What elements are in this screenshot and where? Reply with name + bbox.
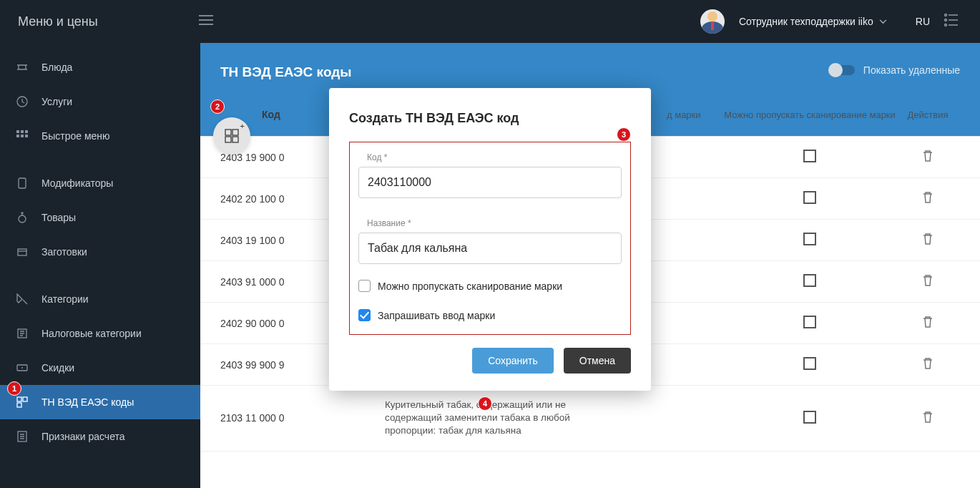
modifiers-icon [16,177,29,190]
svg-rect-20 [17,403,21,407]
user-name: Сотрудник техподдержки iiko [739,16,873,27]
cell-name: Курительный табак, содержащий или не сод… [385,399,631,438]
svg-rect-23 [225,130,231,135]
cell-actions [896,150,960,165]
svg-rect-15 [18,249,26,255]
trash-icon[interactable] [922,411,934,424]
skip-scan-checkbox[interactable] [358,280,371,292]
sidebar-item-modifiers[interactable]: Модификаторы [0,166,200,200]
cell-skip-scan [724,150,896,165]
request-mark-checkbox-row[interactable]: Запрашивать ввод марки [358,309,622,321]
svg-point-0 [945,14,947,16]
skip-scan-checkbox-row[interactable]: Можно пропускать сканирование марки [358,280,622,292]
trash-icon[interactable] [922,316,934,328]
language-selector[interactable]: RU [916,16,930,27]
tax-categories-icon [16,327,29,340]
modal-title: Создать ТН ВЭД ЕАЭС код [349,111,631,126]
sidebar-item-label: Налоговые категории [41,328,142,339]
svg-rect-7 [16,130,19,133]
cancel-button[interactable]: Отмена [564,348,631,374]
sidebar-item-services[interactable]: Услуги [0,84,200,119]
cell-skip-scan [724,357,896,372]
trash-icon[interactable] [922,233,934,245]
save-button[interactable]: Сохранить [472,348,554,374]
chevron-down-icon [879,19,887,24]
cell-actions [896,411,960,426]
cell-skip-scan [724,274,896,289]
sidebar-item-label: Быстрое меню [41,130,110,142]
svg-rect-26 [232,137,238,142]
cell-skip-scan [724,233,896,248]
sidebar-item-label: Модификаторы [41,177,113,189]
sidebar-item-label: Скидки [41,362,74,374]
show-deleted-label: Показать удаленные [863,64,960,76]
apps-icon[interactable] [944,14,959,29]
request-mark-checkbox[interactable] [358,309,371,321]
sidebar-item-dishes[interactable]: Блюда [0,50,200,84]
skip-scan-row-checkbox[interactable] [803,316,816,328]
hamburger-menu-icon[interactable] [199,15,215,28]
table-header-skip-scan: Можно пропускать сканирование марки [724,109,896,120]
plus-icon: + [240,122,245,130]
calc-signs-icon [16,430,29,443]
sidebar-item-blanks[interactable]: Заготовки [0,235,200,269]
trash-icon[interactable] [922,191,934,204]
sidebar-item-tax-categories[interactable]: Налоговые категории [0,316,200,351]
sidebar-item-calc-signs[interactable]: Признаки расчета [0,419,200,454]
create-modal: Создать ТН ВЭД ЕАЭС код Код * Название *… [329,88,651,391]
sidebar-item-label: Признаки расчета [41,431,125,442]
user-menu[interactable]: Сотрудник техподдержки iiko [739,16,887,27]
cell-code: 2103 11 000 0 [220,412,385,424]
svg-rect-11 [21,135,24,137]
svg-rect-8 [21,130,24,133]
goods-icon [16,211,29,224]
app-title: Меню и цены [18,14,98,29]
code-input[interactable] [368,176,612,189]
sidebar: Блюда Услуги Быстрое меню Модификаторы Т… [0,43,200,488]
services-icon [16,95,29,108]
skip-scan-row-checkbox[interactable] [803,274,816,287]
skip-scan-label: Можно пропускать сканирование марки [378,280,562,292]
step-marker-3: 3 [617,127,631,142]
skip-scan-row-checkbox[interactable] [803,357,816,370]
cell-actions [896,316,960,331]
svg-rect-10 [16,135,19,137]
name-field-label: Название * [358,218,622,228]
svg-rect-21 [23,397,27,401]
svg-point-2 [945,19,947,21]
trash-icon[interactable] [922,357,934,370]
categories-icon [16,293,29,306]
svg-rect-13 [19,178,26,188]
svg-point-4 [945,24,947,26]
sidebar-item-label: ТН ВЭД ЕАЭС коды [41,396,134,408]
tnved-icon [16,396,29,409]
table-header-actions: Действия [896,109,960,120]
step-marker-4: 4 [478,396,492,411]
sidebar-item-quick-menu[interactable]: Быстрое меню [0,119,200,153]
show-deleted-toggle[interactable] [830,65,855,75]
table-row[interactable]: 2103 11 000 0Курительный табак, содержащ… [200,386,980,452]
skip-scan-row-checkbox[interactable] [803,411,816,424]
cell-skip-scan [724,411,896,426]
skip-scan-row-checkbox[interactable] [803,150,816,162]
skip-scan-row-checkbox[interactable] [803,233,816,245]
name-input[interactable] [368,242,612,255]
skip-scan-row-checkbox[interactable] [803,191,816,204]
discounts-icon [16,361,29,374]
add-button[interactable]: + [213,117,250,155]
cell-skip-scan [724,191,896,206]
step-marker-1: 1 [7,381,21,396]
sidebar-item-label: Заготовки [41,246,87,258]
svg-point-18 [21,367,23,369]
sidebar-item-categories[interactable]: Категории [0,282,200,316]
sidebar-item-tnved[interactable]: ТН ВЭД ЕАЭС коды [0,385,200,419]
avatar[interactable] [700,9,725,34]
code-field-label: Код * [358,152,622,162]
sidebar-item-goods[interactable]: Товары [0,200,200,235]
sidebar-item-discounts[interactable]: Скидки [0,351,200,385]
sidebar-item-label: Блюда [41,62,72,73]
svg-rect-19 [17,397,21,401]
trash-icon[interactable] [922,150,934,162]
trash-icon[interactable] [922,274,934,287]
blanks-icon [16,245,29,258]
